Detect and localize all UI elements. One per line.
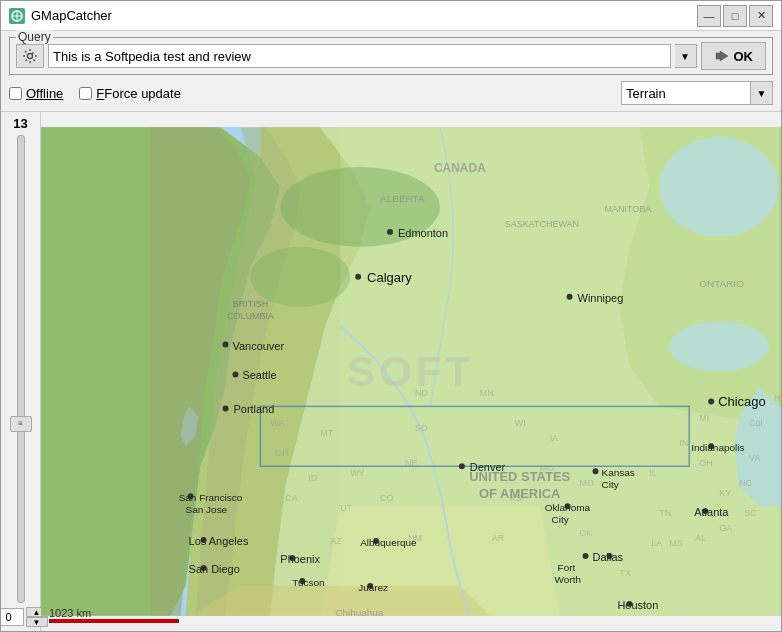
svg-point-24 [708,398,714,404]
svg-text:TX: TX [619,568,630,578]
svg-text:Vancouver: Vancouver [232,340,284,352]
settings-button[interactable] [16,44,44,68]
svg-point-14 [355,274,361,280]
svg-text:Portland: Portland [233,403,274,415]
svg-text:IL: IL [649,468,656,478]
svg-text:Dallas: Dallas [593,551,624,563]
svg-text:Chicago: Chicago [718,394,766,409]
svg-text:ID: ID [308,473,317,483]
minimize-button[interactable]: — [697,5,721,27]
svg-text:CANADA: CANADA [434,161,486,175]
offline-checkbox[interactable] [9,87,22,100]
svg-text:San Diego: San Diego [189,563,240,575]
svg-text:SASKATCHEWAN: SASKATCHEWAN [505,219,579,229]
svg-text:WI: WI [515,418,526,428]
svg-text:OK: OK [580,528,593,538]
svg-text:Tucson: Tucson [292,577,324,588]
zoom-slider-container: 13 ≡ 0 ▲ ▼ [1,112,41,631]
svg-text:City: City [601,479,618,490]
query-group: Query ▼ OK [9,37,773,75]
query-input[interactable] [48,44,671,68]
svg-text:Houston: Houston [617,599,658,611]
svg-text:OR: OR [275,448,289,458]
svg-point-18 [232,372,238,378]
svg-text:MS: MS [669,538,682,548]
svg-point-3 [28,54,33,59]
svg-text:San Jose: San Jose [186,504,228,515]
query-row: ▼ OK [16,42,766,70]
offline-checkbox-label[interactable]: Offline [9,86,63,101]
svg-text:City: City [552,514,569,525]
svg-text:KS: KS [510,493,522,503]
svg-text:Los Angeles: Los Angeles [189,535,249,547]
ok-label: OK [734,49,754,64]
svg-text:Juárez: Juárez [358,582,388,593]
svg-text:MN: MN [480,388,494,398]
svg-text:UNITED STATES: UNITED STATES [469,469,570,484]
zoom-level: 13 [13,116,27,131]
svg-text:ONTARIO: ONTARIO [699,278,744,289]
svg-text:Oklahoma: Oklahoma [545,502,591,513]
svg-text:Phoenix: Phoenix [280,553,320,565]
toolbar: Query ▼ OK [1,31,781,112]
svg-point-16 [223,342,229,348]
query-dropdown-button[interactable]: ▼ [675,44,697,68]
svg-text:WY: WY [350,468,364,478]
main-window: GMapCatcher — □ ✕ Query ▼ [0,0,782,632]
svg-point-20 [223,405,229,411]
svg-text:GA: GA [719,523,732,533]
svg-point-26 [459,463,465,469]
close-button[interactable]: ✕ [749,5,773,27]
svg-text:MO: MO [580,478,594,488]
map-svg: Edmonton Calgary Vancouver Seattle Portl… [41,112,781,631]
svg-text:UT: UT [340,503,352,513]
svg-text:WA: WA [270,418,284,428]
zoom-value-box: 0 [1,608,24,626]
svg-text:COLUMBIA: COLUMBIA [227,311,274,321]
svg-text:NE: NE [405,458,417,468]
map-type-dropdown-button[interactable]: ▼ [751,81,773,105]
svg-text:AZ: AZ [330,536,342,546]
map-canvas[interactable]: Edmonton Calgary Vancouver Seattle Portl… [41,112,781,631]
svg-text:BRITISH: BRITISH [233,299,268,309]
options-row: Offline FForce update ▼ [9,81,773,105]
svg-text:TN: TN [659,508,671,518]
svg-text:LA: LA [651,538,662,548]
svg-text:ALBERTA: ALBERTA [380,193,425,204]
map-area: 13 ≡ 0 ▲ ▼ [1,112,781,631]
app-icon [9,8,25,24]
svg-text:NC: NC [739,478,752,488]
title-bar: GMapCatcher — □ ✕ [1,1,781,31]
map-type-input[interactable] [621,81,751,105]
svg-text:MANITOBA: MANITOBA [604,204,651,214]
svg-text:AR: AR [492,533,505,543]
window-title: GMapCatcher [31,8,697,23]
svg-text:Ha: Ha [774,393,781,403]
svg-text:IA: IA [550,433,558,443]
zoom-slider-thumb[interactable]: ≡ [10,416,32,432]
svg-text:Calgary: Calgary [367,270,412,285]
svg-text:MI: MI [699,413,709,423]
svg-text:NM: NM [408,533,422,543]
svg-text:AL: AL [695,533,706,543]
maximize-button[interactable]: □ [723,5,747,27]
zoom-slider-track[interactable]: ≡ [17,135,25,603]
svg-text:MO: MO [540,463,554,473]
force-update-checkbox[interactable] [79,87,92,100]
svg-text:CO: CO [380,493,393,503]
svg-text:IN: IN [679,438,688,448]
svg-point-12 [387,229,393,235]
svg-text:Edmonton: Edmonton [398,227,448,239]
svg-text:MT: MT [320,428,333,438]
ok-button[interactable]: OK [701,42,767,70]
offline-label: Offline [26,86,63,101]
svg-text:Indianapolis: Indianapolis [691,442,744,453]
svg-text:Col: Col [749,418,762,428]
svg-text:Atlanta: Atlanta [694,506,729,518]
svg-text:SD: SD [415,423,428,433]
svg-text:Chihuahua: Chihuahua [335,607,384,618]
svg-text:SC: SC [744,508,757,518]
svg-text:KY: KY [719,488,731,498]
force-update-checkbox-label[interactable]: FForce update [79,86,181,101]
svg-point-36 [583,553,589,559]
